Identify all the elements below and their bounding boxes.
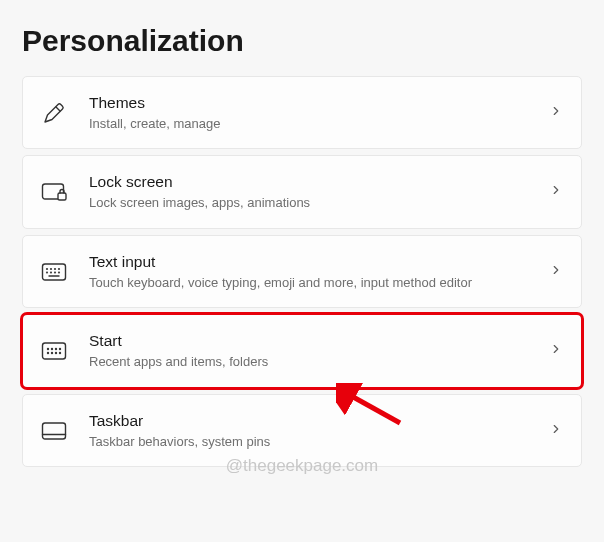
chevron-right-icon	[549, 104, 563, 122]
chevron-right-icon	[549, 183, 563, 201]
row-title: Taskbar	[89, 411, 537, 432]
row-text: Start Recent apps and items, folders	[89, 331, 537, 370]
row-desc: Install, create, manage	[89, 115, 537, 133]
row-text: Lock screen Lock screen images, apps, an…	[89, 172, 537, 211]
pen-icon	[41, 100, 67, 126]
row-desc: Taskbar behaviors, system pins	[89, 433, 537, 451]
svg-point-6	[59, 268, 60, 269]
svg-point-17	[48, 353, 49, 354]
lockscreen-icon	[41, 179, 67, 205]
svg-point-10	[59, 272, 60, 273]
svg-rect-21	[43, 423, 66, 439]
svg-point-7	[47, 272, 48, 273]
svg-point-9	[55, 272, 56, 273]
setting-row-taskbar[interactable]: Taskbar Taskbar behaviors, system pins	[22, 394, 582, 467]
row-title: Text input	[89, 252, 537, 273]
row-title: Themes	[89, 93, 537, 114]
svg-rect-2	[43, 264, 66, 280]
row-title: Start	[89, 331, 537, 352]
svg-point-8	[51, 272, 52, 273]
row-desc: Touch keyboard, voice typing, emoji and …	[89, 274, 537, 292]
chevron-right-icon	[549, 342, 563, 360]
row-desc: Lock screen images, apps, animations	[89, 194, 537, 212]
svg-point-4	[51, 268, 52, 269]
row-desc: Recent apps and items, folders	[89, 353, 537, 371]
svg-point-14	[52, 349, 53, 350]
taskbar-icon	[41, 418, 67, 444]
keyboard-icon	[41, 259, 67, 285]
svg-point-19	[56, 353, 57, 354]
row-text: Taskbar Taskbar behaviors, system pins	[89, 411, 537, 450]
chevron-right-icon	[549, 422, 563, 440]
setting-row-themes[interactable]: Themes Install, create, manage	[22, 76, 582, 149]
page-title: Personalization	[0, 0, 604, 76]
svg-point-3	[47, 268, 48, 269]
row-title: Lock screen	[89, 172, 537, 193]
row-text: Text input Touch keyboard, voice typing,…	[89, 252, 537, 291]
setting-row-start[interactable]: Start Recent apps and items, folders	[22, 314, 582, 387]
svg-point-16	[60, 349, 61, 350]
settings-list: Themes Install, create, manage Lock scre…	[0, 76, 604, 467]
row-text: Themes Install, create, manage	[89, 93, 537, 132]
svg-point-13	[48, 349, 49, 350]
chevron-right-icon	[549, 263, 563, 281]
svg-point-18	[52, 353, 53, 354]
start-icon	[41, 338, 67, 364]
setting-row-text-input[interactable]: Text input Touch keyboard, voice typing,…	[22, 235, 582, 308]
svg-point-20	[60, 353, 61, 354]
svg-point-15	[56, 349, 57, 350]
setting-row-lock-screen[interactable]: Lock screen Lock screen images, apps, an…	[22, 155, 582, 228]
svg-rect-1	[58, 193, 66, 200]
svg-rect-12	[43, 343, 66, 359]
svg-point-5	[55, 268, 56, 269]
